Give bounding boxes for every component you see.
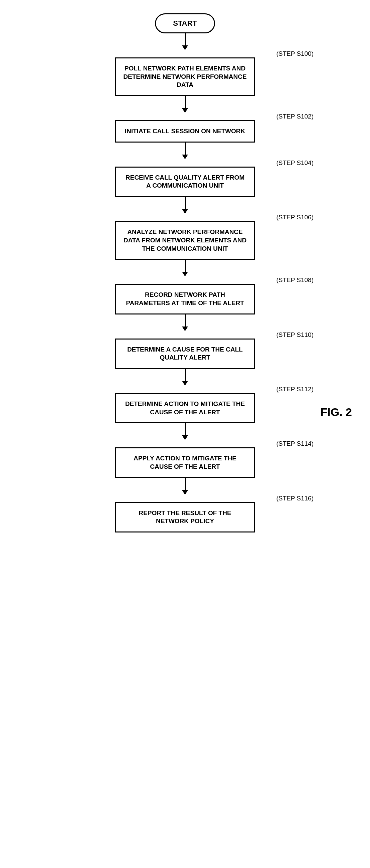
- step-s102-box: INITIATE CALL SESSION ON NETWORK: [115, 120, 255, 143]
- step-s114-label: (STEP S114): [276, 440, 314, 447]
- flowchart-container: START (STEP S100) POLL NETWORK PATH ELEM…: [0, 0, 370, 559]
- step-s106-box: ANALYZE NETWORK PERFORMANCE DATA FROM NE…: [115, 221, 255, 260]
- step-s114-box: APPLY ACTION TO MITIGATE THE CAUSE OF TH…: [115, 447, 255, 478]
- arrow-1: [182, 96, 188, 113]
- arrow-3: [182, 197, 188, 214]
- arrow-0: [182, 33, 188, 50]
- step-s112-label: (STEP S112): [276, 385, 314, 393]
- arrow-8: [182, 478, 188, 495]
- step-s116-label: (STEP S116): [276, 495, 314, 502]
- step-s102-label: (STEP S102): [276, 113, 314, 120]
- step-s108-box: RECORD NETWORK PATH PARAMETERS AT TIME O…: [115, 284, 255, 314]
- step-s100-box: POLL NETWORK PATH ELEMENTS AND DETERMINE…: [115, 57, 255, 96]
- start-shape: START: [155, 13, 215, 33]
- arrow-6: [182, 369, 188, 385]
- arrow-4: [182, 260, 188, 276]
- arrow-7: [182, 423, 188, 440]
- step-s108-label: (STEP S108): [276, 276, 314, 284]
- fig2-label: FIG. 2: [320, 406, 352, 418]
- step-s100-label: (STEP S100): [276, 50, 314, 57]
- step-s110-box: DETERMINE A CAUSE FOR THE CALL QUALITY A…: [115, 339, 255, 369]
- step-s112-box: DETERMINE ACTION TO MITIGATE THE CAUSE O…: [115, 393, 255, 423]
- arrow-5: [182, 314, 188, 331]
- step-s110-label: (STEP S110): [276, 331, 314, 339]
- arrow-2: [182, 143, 188, 159]
- step-s106-label: (STEP S106): [276, 214, 314, 221]
- step-s104-label: (STEP S104): [276, 159, 314, 166]
- step-s116-box: REPORT THE RESULT OF THE NETWORK POLICY: [115, 502, 255, 532]
- step-s104-box: RECEIVE CALL QUALITY ALERT FROM A COMMUN…: [115, 166, 255, 197]
